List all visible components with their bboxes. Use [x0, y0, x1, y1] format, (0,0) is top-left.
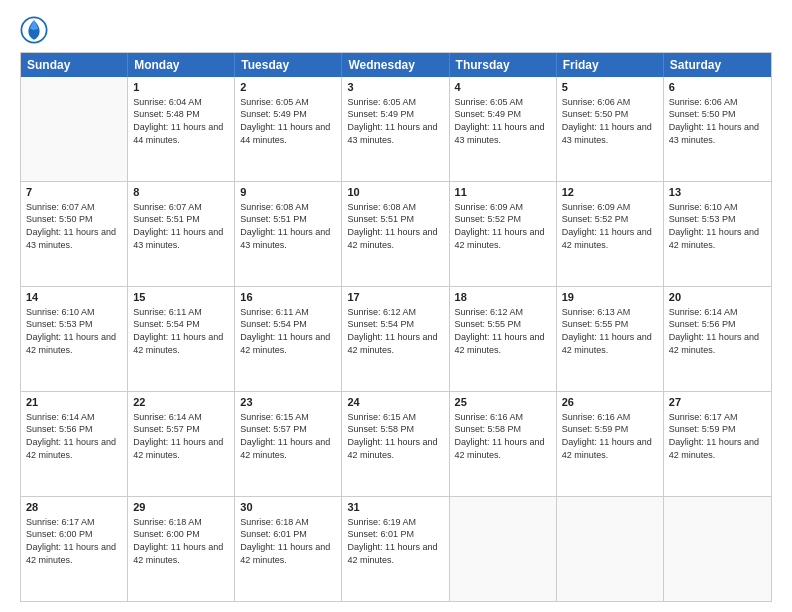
day-number: 19	[562, 290, 658, 305]
page: SundayMondayTuesdayWednesdayThursdayFrid…	[0, 0, 792, 612]
calendar-cell-2-2: 16Sunrise: 6:11 AM Sunset: 5:54 PM Dayli…	[235, 287, 342, 391]
calendar-cell-2-3: 17Sunrise: 6:12 AM Sunset: 5:54 PM Dayli…	[342, 287, 449, 391]
calendar-cell-1-2: 9Sunrise: 6:08 AM Sunset: 5:51 PM Daylig…	[235, 182, 342, 286]
cell-info: Sunrise: 6:18 AM Sunset: 6:00 PM Dayligh…	[133, 516, 229, 566]
calendar-cell-0-4: 4Sunrise: 6:05 AM Sunset: 5:49 PM Daylig…	[450, 77, 557, 181]
calendar: SundayMondayTuesdayWednesdayThursdayFrid…	[20, 52, 772, 602]
cell-info: Sunrise: 6:15 AM Sunset: 5:58 PM Dayligh…	[347, 411, 443, 461]
calendar-cell-1-3: 10Sunrise: 6:08 AM Sunset: 5:51 PM Dayli…	[342, 182, 449, 286]
calendar-cell-4-0: 28Sunrise: 6:17 AM Sunset: 6:00 PM Dayli…	[21, 497, 128, 601]
calendar-cell-2-4: 18Sunrise: 6:12 AM Sunset: 5:55 PM Dayli…	[450, 287, 557, 391]
header-day-monday: Monday	[128, 53, 235, 77]
calendar-cell-0-5: 5Sunrise: 6:06 AM Sunset: 5:50 PM Daylig…	[557, 77, 664, 181]
day-number: 20	[669, 290, 766, 305]
day-number: 7	[26, 185, 122, 200]
day-number: 25	[455, 395, 551, 410]
calendar-cell-3-0: 21Sunrise: 6:14 AM Sunset: 5:56 PM Dayli…	[21, 392, 128, 496]
cell-info: Sunrise: 6:09 AM Sunset: 5:52 PM Dayligh…	[562, 201, 658, 251]
calendar-cell-2-6: 20Sunrise: 6:14 AM Sunset: 5:56 PM Dayli…	[664, 287, 771, 391]
cell-info: Sunrise: 6:18 AM Sunset: 6:01 PM Dayligh…	[240, 516, 336, 566]
cell-info: Sunrise: 6:11 AM Sunset: 5:54 PM Dayligh…	[133, 306, 229, 356]
cell-info: Sunrise: 6:16 AM Sunset: 5:59 PM Dayligh…	[562, 411, 658, 461]
calendar-cell-1-1: 8Sunrise: 6:07 AM Sunset: 5:51 PM Daylig…	[128, 182, 235, 286]
day-number: 30	[240, 500, 336, 515]
cell-info: Sunrise: 6:11 AM Sunset: 5:54 PM Dayligh…	[240, 306, 336, 356]
header-day-thursday: Thursday	[450, 53, 557, 77]
day-number: 15	[133, 290, 229, 305]
calendar-cell-4-3: 31Sunrise: 6:19 AM Sunset: 6:01 PM Dayli…	[342, 497, 449, 601]
calendar-row-0: 1Sunrise: 6:04 AM Sunset: 5:48 PM Daylig…	[21, 77, 771, 182]
calendar-cell-2-5: 19Sunrise: 6:13 AM Sunset: 5:55 PM Dayli…	[557, 287, 664, 391]
cell-info: Sunrise: 6:05 AM Sunset: 5:49 PM Dayligh…	[455, 96, 551, 146]
cell-info: Sunrise: 6:06 AM Sunset: 5:50 PM Dayligh…	[562, 96, 658, 146]
calendar-cell-0-1: 1Sunrise: 6:04 AM Sunset: 5:48 PM Daylig…	[128, 77, 235, 181]
cell-info: Sunrise: 6:16 AM Sunset: 5:58 PM Dayligh…	[455, 411, 551, 461]
header-day-sunday: Sunday	[21, 53, 128, 77]
day-number: 6	[669, 80, 766, 95]
day-number: 17	[347, 290, 443, 305]
logo	[20, 16, 52, 44]
cell-info: Sunrise: 6:10 AM Sunset: 5:53 PM Dayligh…	[669, 201, 766, 251]
cell-info: Sunrise: 6:14 AM Sunset: 5:57 PM Dayligh…	[133, 411, 229, 461]
calendar-cell-0-0	[21, 77, 128, 181]
day-number: 18	[455, 290, 551, 305]
cell-info: Sunrise: 6:05 AM Sunset: 5:49 PM Dayligh…	[240, 96, 336, 146]
calendar-cell-3-6: 27Sunrise: 6:17 AM Sunset: 5:59 PM Dayli…	[664, 392, 771, 496]
day-number: 24	[347, 395, 443, 410]
day-number: 5	[562, 80, 658, 95]
calendar-cell-3-3: 24Sunrise: 6:15 AM Sunset: 5:58 PM Dayli…	[342, 392, 449, 496]
day-number: 31	[347, 500, 443, 515]
cell-info: Sunrise: 6:05 AM Sunset: 5:49 PM Dayligh…	[347, 96, 443, 146]
day-number: 21	[26, 395, 122, 410]
cell-info: Sunrise: 6:17 AM Sunset: 5:59 PM Dayligh…	[669, 411, 766, 461]
day-number: 13	[669, 185, 766, 200]
cell-info: Sunrise: 6:09 AM Sunset: 5:52 PM Dayligh…	[455, 201, 551, 251]
day-number: 23	[240, 395, 336, 410]
calendar-cell-1-6: 13Sunrise: 6:10 AM Sunset: 5:53 PM Dayli…	[664, 182, 771, 286]
calendar-header: SundayMondayTuesdayWednesdayThursdayFrid…	[21, 53, 771, 77]
calendar-row-4: 28Sunrise: 6:17 AM Sunset: 6:00 PM Dayli…	[21, 497, 771, 601]
cell-info: Sunrise: 6:07 AM Sunset: 5:51 PM Dayligh…	[133, 201, 229, 251]
header-day-wednesday: Wednesday	[342, 53, 449, 77]
day-number: 16	[240, 290, 336, 305]
calendar-cell-4-1: 29Sunrise: 6:18 AM Sunset: 6:00 PM Dayli…	[128, 497, 235, 601]
calendar-row-3: 21Sunrise: 6:14 AM Sunset: 5:56 PM Dayli…	[21, 392, 771, 497]
day-number: 22	[133, 395, 229, 410]
header	[20, 16, 772, 44]
calendar-cell-3-5: 26Sunrise: 6:16 AM Sunset: 5:59 PM Dayli…	[557, 392, 664, 496]
calendar-cell-2-1: 15Sunrise: 6:11 AM Sunset: 5:54 PM Dayli…	[128, 287, 235, 391]
calendar-cell-3-1: 22Sunrise: 6:14 AM Sunset: 5:57 PM Dayli…	[128, 392, 235, 496]
cell-info: Sunrise: 6:04 AM Sunset: 5:48 PM Dayligh…	[133, 96, 229, 146]
calendar-cell-4-4	[450, 497, 557, 601]
cell-info: Sunrise: 6:19 AM Sunset: 6:01 PM Dayligh…	[347, 516, 443, 566]
calendar-cell-1-5: 12Sunrise: 6:09 AM Sunset: 5:52 PM Dayli…	[557, 182, 664, 286]
day-number: 3	[347, 80, 443, 95]
cell-info: Sunrise: 6:08 AM Sunset: 5:51 PM Dayligh…	[347, 201, 443, 251]
calendar-cell-3-4: 25Sunrise: 6:16 AM Sunset: 5:58 PM Dayli…	[450, 392, 557, 496]
cell-info: Sunrise: 6:15 AM Sunset: 5:57 PM Dayligh…	[240, 411, 336, 461]
calendar-cell-4-6	[664, 497, 771, 601]
day-number: 12	[562, 185, 658, 200]
cell-info: Sunrise: 6:10 AM Sunset: 5:53 PM Dayligh…	[26, 306, 122, 356]
calendar-cell-4-5	[557, 497, 664, 601]
calendar-row-1: 7Sunrise: 6:07 AM Sunset: 5:50 PM Daylig…	[21, 182, 771, 287]
logo-icon	[20, 16, 48, 44]
calendar-cell-4-2: 30Sunrise: 6:18 AM Sunset: 6:01 PM Dayli…	[235, 497, 342, 601]
day-number: 14	[26, 290, 122, 305]
day-number: 9	[240, 185, 336, 200]
cell-info: Sunrise: 6:14 AM Sunset: 5:56 PM Dayligh…	[669, 306, 766, 356]
day-number: 2	[240, 80, 336, 95]
day-number: 29	[133, 500, 229, 515]
cell-info: Sunrise: 6:14 AM Sunset: 5:56 PM Dayligh…	[26, 411, 122, 461]
cell-info: Sunrise: 6:07 AM Sunset: 5:50 PM Dayligh…	[26, 201, 122, 251]
day-number: 1	[133, 80, 229, 95]
day-number: 27	[669, 395, 766, 410]
calendar-cell-0-3: 3Sunrise: 6:05 AM Sunset: 5:49 PM Daylig…	[342, 77, 449, 181]
calendar-cell-1-0: 7Sunrise: 6:07 AM Sunset: 5:50 PM Daylig…	[21, 182, 128, 286]
cell-info: Sunrise: 6:13 AM Sunset: 5:55 PM Dayligh…	[562, 306, 658, 356]
calendar-cell-3-2: 23Sunrise: 6:15 AM Sunset: 5:57 PM Dayli…	[235, 392, 342, 496]
calendar-row-2: 14Sunrise: 6:10 AM Sunset: 5:53 PM Dayli…	[21, 287, 771, 392]
cell-info: Sunrise: 6:17 AM Sunset: 6:00 PM Dayligh…	[26, 516, 122, 566]
day-number: 4	[455, 80, 551, 95]
header-day-tuesday: Tuesday	[235, 53, 342, 77]
